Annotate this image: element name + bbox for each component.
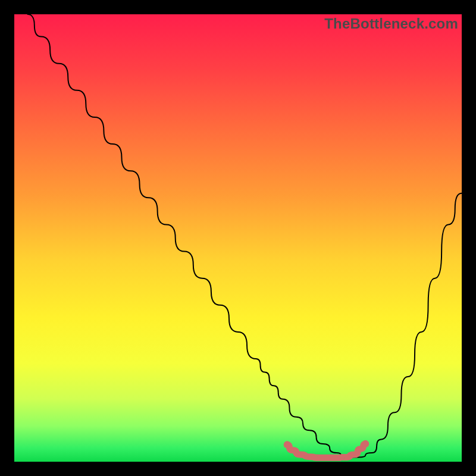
chart-frame: TheBottleneck.com	[14, 14, 462, 462]
valley-marker-endpoint	[362, 440, 369, 447]
watermark-text: TheBottleneck.com	[324, 15, 458, 32]
bottleneck-chart	[14, 14, 462, 462]
gradient-background	[14, 14, 462, 462]
valley-marker-endpoint	[284, 441, 291, 448]
